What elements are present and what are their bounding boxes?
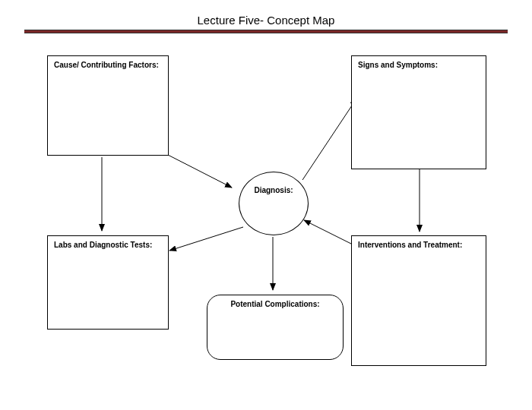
label-diagnosis: Diagnosis: [239, 172, 308, 194]
box-complications: Potential Complications: [207, 295, 344, 360]
label-interventions: Interventions and Treatment: [352, 236, 486, 254]
label-signs: Signs and Symptoms: [352, 56, 486, 74]
box-labs: Labs and Diagnostic Tests: [47, 235, 169, 330]
svg-line-4 [169, 227, 243, 251]
svg-line-6 [304, 220, 357, 247]
label-cause: Cause/ Contributing Factors: [48, 56, 168, 74]
box-signs: Signs and Symptoms: [351, 55, 486, 169]
label-labs: Labs and Diagnostic Tests: [48, 236, 168, 254]
label-complications: Potential Complications: [207, 295, 343, 313]
svg-line-2 [302, 99, 356, 180]
page-title: Lecture Five- Concept Map [0, 0, 532, 30]
box-cause: Cause/ Contributing Factors: [47, 55, 169, 156]
circle-diagnosis: Diagnosis: [239, 172, 309, 235]
title-divider [24, 30, 508, 33]
svg-line-1 [168, 155, 232, 188]
box-interventions: Interventions and Treatment: [351, 235, 486, 366]
